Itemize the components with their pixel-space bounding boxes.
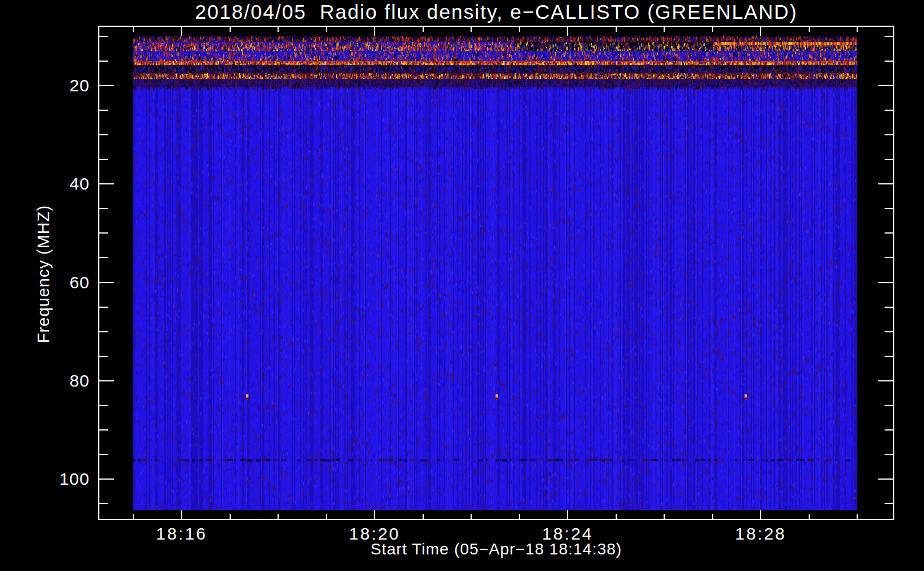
axis-tick xyxy=(760,510,761,519)
axis-tick xyxy=(181,27,182,36)
axis-tick xyxy=(885,134,893,135)
axis-tick xyxy=(885,307,893,308)
axis-tick xyxy=(712,514,713,519)
axis-tick xyxy=(567,510,568,519)
axis-tick xyxy=(878,282,893,283)
axis-tick xyxy=(885,61,893,62)
y-tick-label: 20 xyxy=(27,76,90,95)
axis-tick xyxy=(423,27,424,32)
axis-tick xyxy=(99,183,114,184)
y-tick-label: 100 xyxy=(27,469,90,489)
axis-tick xyxy=(712,27,713,32)
axis-tick xyxy=(664,514,665,519)
axis-tick xyxy=(133,27,134,32)
axis-tick xyxy=(99,405,108,406)
axis-tick xyxy=(885,208,893,209)
axis-tick xyxy=(878,85,893,86)
axis-tick xyxy=(616,514,617,519)
axis-tick xyxy=(278,514,279,519)
axis-tick xyxy=(99,478,114,480)
axis-tick xyxy=(326,514,327,519)
axis-tick xyxy=(885,110,893,111)
axis-tick xyxy=(878,478,893,480)
axis-tick xyxy=(230,514,231,519)
axis-tick xyxy=(885,405,893,406)
axis-tick xyxy=(519,514,520,519)
axis-tick xyxy=(99,282,114,283)
axis-tick xyxy=(99,61,108,62)
spectrogram-canvas xyxy=(133,36,857,510)
axis-tick xyxy=(230,27,231,32)
axis-tick xyxy=(885,429,893,431)
axis-tick xyxy=(99,208,108,209)
axis-tick xyxy=(885,257,893,258)
axis-tick xyxy=(471,514,472,519)
axis-tick xyxy=(616,27,617,32)
y-tick-label: 40 xyxy=(27,174,90,194)
axis-tick xyxy=(471,27,472,32)
axis-tick xyxy=(99,36,108,37)
axis-tick xyxy=(374,510,375,519)
axis-tick xyxy=(99,110,108,111)
axis-tick xyxy=(99,356,108,357)
axis-tick xyxy=(760,27,761,36)
axis-tick xyxy=(326,27,327,32)
axis-tick xyxy=(885,454,893,455)
axis-tick xyxy=(133,514,134,519)
axis-tick xyxy=(99,307,108,308)
axis-tick xyxy=(885,331,893,332)
axis-tick xyxy=(567,27,568,36)
axis-tick xyxy=(99,331,108,332)
axis-tick xyxy=(809,514,810,519)
axis-tick xyxy=(885,36,893,37)
axis-tick xyxy=(885,356,893,357)
axis-tick xyxy=(278,27,279,32)
axis-tick xyxy=(664,27,665,32)
axis-tick xyxy=(885,503,893,504)
y-tick-label: 60 xyxy=(27,273,90,292)
axis-tick xyxy=(99,232,108,234)
axis-tick xyxy=(878,183,893,184)
y-tick-label: 80 xyxy=(27,371,90,391)
axis-tick xyxy=(99,257,108,258)
axis-tick xyxy=(878,380,893,381)
axis-tick xyxy=(99,85,114,86)
axis-tick xyxy=(99,380,114,381)
axis-tick xyxy=(99,503,108,504)
axis-tick xyxy=(423,514,424,519)
axis-tick xyxy=(519,27,520,32)
axis-tick xyxy=(885,232,893,234)
axis-tick xyxy=(99,429,108,431)
x-axis-title: Start Time (05−Apr−18 18:14:38) xyxy=(98,540,894,558)
axis-tick xyxy=(99,454,108,455)
axis-tick xyxy=(857,514,858,519)
axis-tick xyxy=(99,159,108,160)
chart-title: 2018/04/05 Radio flux density, e−CALLIST… xyxy=(64,0,924,24)
spectrogram-page: 2018/04/05 Radio flux density, e−CALLIST… xyxy=(0,0,924,571)
axis-tick xyxy=(99,134,108,135)
axis-tick xyxy=(857,27,858,32)
axis-tick xyxy=(809,27,810,32)
axis-tick xyxy=(181,510,182,519)
axis-tick xyxy=(374,27,375,36)
axis-tick xyxy=(885,159,893,160)
